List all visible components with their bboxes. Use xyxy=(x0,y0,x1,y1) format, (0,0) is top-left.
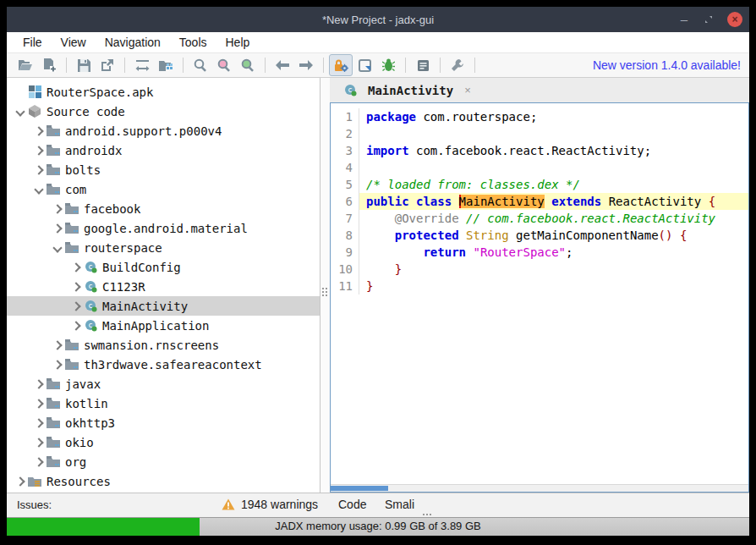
menu-file[interactable]: File xyxy=(14,36,52,49)
tree-item-c1123r[interactable]: cC1123R xyxy=(7,277,320,296)
tree-item-facebook[interactable]: facebook xyxy=(7,199,320,218)
chevron-right-icon[interactable] xyxy=(51,202,64,216)
chevron-right-icon[interactable] xyxy=(32,416,46,430)
chevron-down-icon[interactable] xyxy=(51,241,64,255)
minimize-button[interactable]: – xyxy=(678,15,690,24)
code-line-10[interactable]: 10 } xyxy=(331,261,748,278)
tab-mainactivity[interactable]: c MainActivity × xyxy=(337,84,476,97)
chevron-right-icon[interactable] xyxy=(51,358,64,372)
deobfuscation-button[interactable] xyxy=(329,54,353,76)
forward-button[interactable] xyxy=(294,54,318,76)
tree-item-th3rdwave-safeareacontext[interactable]: th3rdwave.safeareacontext xyxy=(7,355,320,374)
chevron-right-icon[interactable] xyxy=(14,475,27,488)
code-text-area[interactable]: 1package com.routerspace;23import com.fa… xyxy=(331,103,748,484)
chevron-right-icon[interactable] xyxy=(51,222,64,235)
reload-files-button[interactable] xyxy=(130,54,154,76)
tree-item-okhttp3[interactable]: okhttp3 xyxy=(7,413,320,432)
debugger-button[interactable] xyxy=(376,54,400,76)
tree-item-mainapplication[interactable]: cMainApplication xyxy=(7,316,320,335)
text-search-button[interactable] xyxy=(212,54,236,76)
chevron-right-icon[interactable] xyxy=(69,300,83,313)
token-keyword: protected xyxy=(395,228,459,242)
chevron-right-icon[interactable] xyxy=(32,436,46,449)
token-string: "RouterSpace" xyxy=(473,245,566,259)
code-line-9[interactable]: 9 return "RouterSpace"; xyxy=(331,244,748,261)
tree-item-label: routerspace xyxy=(84,241,162,255)
tree-item-androidx[interactable]: androidx xyxy=(7,140,320,160)
token-plain xyxy=(545,195,551,208)
tree-item-label: com xyxy=(65,183,86,196)
line-number: 9 xyxy=(331,244,359,261)
preferences-button[interactable] xyxy=(446,54,469,76)
tree-item-resources[interactable]: Resources xyxy=(7,471,320,491)
chevron-right-icon[interactable] xyxy=(32,163,46,177)
line-number: 5 xyxy=(331,176,359,193)
menu-view[interactable]: View xyxy=(52,36,96,49)
maximize-button[interactable] xyxy=(704,14,714,25)
back-icon xyxy=(276,60,289,70)
chevron-right-icon[interactable] xyxy=(32,377,46,391)
export-code-button[interactable] xyxy=(96,54,119,76)
tree-item-com[interactable]: com xyxy=(7,179,320,199)
code-line-11[interactable]: 11} xyxy=(331,278,748,295)
code-line-1[interactable]: 1package com.routerspace; xyxy=(331,108,748,125)
panel-splitter[interactable] xyxy=(320,78,330,493)
tree-item-routerspace-apk[interactable]: RouterSpace.apk xyxy=(7,82,320,102)
close-button[interactable]: × xyxy=(727,12,742,27)
add-files-icon xyxy=(42,58,56,72)
tree-item-source-code[interactable]: Source code xyxy=(7,102,320,121)
tree-item-buildconfig[interactable]: cBuildConfig xyxy=(7,257,320,277)
scrollbar-thumb[interactable] xyxy=(331,486,388,491)
tree-item-swmansion-rnscreens[interactable]: swmansion.rnscreens xyxy=(7,335,320,355)
tree-item-org[interactable]: org xyxy=(7,452,320,471)
horizontal-scrollbar[interactable] xyxy=(331,484,748,492)
flat-packages-button[interactable] xyxy=(154,54,178,76)
chevron-down-icon[interactable] xyxy=(14,105,27,118)
chevron-right-icon[interactable] xyxy=(32,455,46,469)
tree-item-routerspace[interactable]: routerspace xyxy=(7,238,320,257)
tree-item-bolts[interactable]: bolts xyxy=(7,160,320,179)
tab-code[interactable]: Code xyxy=(338,498,366,511)
menu-navigation[interactable]: Navigation xyxy=(96,36,170,49)
code-line-8[interactable]: 8 protected String getMainComponentName(… xyxy=(331,227,748,244)
code-line-5[interactable]: 5/* loaded from: classes.dex */ xyxy=(331,176,748,193)
class-search-button[interactable] xyxy=(236,54,260,76)
tree-item-javax[interactable]: javax xyxy=(7,374,320,394)
token-keyword: import xyxy=(366,144,409,157)
tab-smali[interactable]: Smali xyxy=(385,498,414,511)
issues-splitter-grip[interactable] xyxy=(423,514,431,515)
chevron-right-icon[interactable] xyxy=(32,144,46,157)
back-button[interactable] xyxy=(271,54,294,76)
quark-button[interactable] xyxy=(353,54,376,76)
log-viewer-button[interactable] xyxy=(411,54,435,76)
chevron-right-icon[interactable] xyxy=(69,261,83,274)
token-brace: { xyxy=(680,228,687,242)
menu-help[interactable]: Help xyxy=(216,36,260,49)
warnings-indicator[interactable]: 1948 warnings xyxy=(222,498,318,511)
add-files-button[interactable] xyxy=(37,54,61,76)
tree-item-okio[interactable]: okio xyxy=(7,432,320,452)
tree-item-android-support-p000v4[interactable]: android.support.p000v4 xyxy=(7,121,320,140)
tree-item-kotlin[interactable]: kotlin xyxy=(7,394,320,413)
chevron-right-icon[interactable] xyxy=(69,319,83,333)
package-tree-panel[interactable]: RouterSpace.apkSource codeandroid.suppor… xyxy=(7,78,320,493)
code-line-4[interactable]: 4 xyxy=(331,159,748,176)
chevron-right-icon[interactable] xyxy=(69,280,83,294)
tab-close-icon[interactable]: × xyxy=(459,84,471,96)
chevron-right-icon[interactable] xyxy=(32,397,46,410)
title-bar[interactable]: *New Project - jadx-gui – × xyxy=(7,7,749,32)
code-line-7[interactable]: 7 @Override // com.facebook.react.ReactA… xyxy=(331,210,748,227)
tree-item-google-android-material[interactable]: google.android.material xyxy=(7,218,320,238)
open-file-button[interactable] xyxy=(14,54,37,76)
update-version-link[interactable]: New version 1.4.0 available! xyxy=(593,58,741,72)
code-line-3[interactable]: 3import com.facebook.react.ReactActivity… xyxy=(331,142,748,159)
save-all-button[interactable] xyxy=(72,54,96,76)
search-button[interactable] xyxy=(189,54,212,76)
chevron-right-icon[interactable] xyxy=(32,124,46,138)
tree-item-mainactivity[interactable]: cMainActivity xyxy=(7,296,320,316)
code-line-6[interactable]: 6public class MainActivity extends React… xyxy=(331,193,748,210)
menu-tools[interactable]: Tools xyxy=(170,36,216,49)
chevron-down-icon[interactable] xyxy=(32,183,46,196)
code-line-2[interactable]: 2 xyxy=(331,125,748,142)
chevron-right-icon[interactable] xyxy=(51,339,64,352)
